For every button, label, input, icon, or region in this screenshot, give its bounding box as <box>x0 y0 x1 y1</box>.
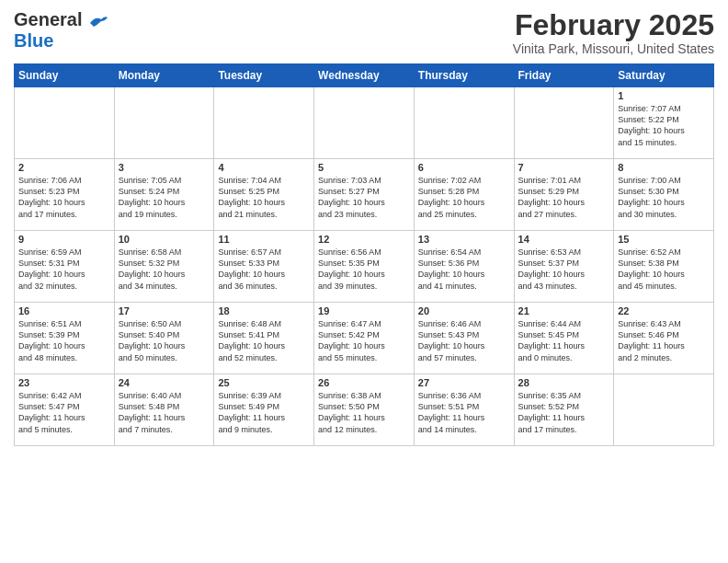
table-row: 13Sunrise: 6:54 AM Sunset: 5:36 PM Dayli… <box>414 231 514 303</box>
day-info: Sunrise: 6:35 AM Sunset: 5:52 PM Dayligh… <box>518 390 610 435</box>
day-info: Sunrise: 7:00 AM Sunset: 5:30 PM Dayligh… <box>618 175 710 220</box>
day-number: 3 <box>119 162 210 173</box>
table-row <box>214 87 314 159</box>
day-number: 5 <box>318 162 410 173</box>
day-info: Sunrise: 6:52 AM Sunset: 5:38 PM Dayligh… <box>618 247 710 292</box>
day-number: 28 <box>518 377 610 388</box>
day-number: 10 <box>119 234 210 245</box>
logo: General Blue <box>14 9 108 51</box>
calendar-week-4: 16Sunrise: 6:51 AM Sunset: 5:39 PM Dayli… <box>15 303 714 374</box>
table-row: 28Sunrise: 6:35 AM Sunset: 5:52 PM Dayli… <box>514 374 614 446</box>
table-row: 2Sunrise: 7:06 AM Sunset: 5:23 PM Daylig… <box>15 159 115 231</box>
table-row: 24Sunrise: 6:40 AM Sunset: 5:48 PM Dayli… <box>114 374 214 446</box>
day-number: 13 <box>418 234 510 245</box>
table-row: 5Sunrise: 7:03 AM Sunset: 5:27 PM Daylig… <box>314 159 415 231</box>
day-info: Sunrise: 6:59 AM Sunset: 5:31 PM Dayligh… <box>18 247 110 292</box>
day-info: Sunrise: 6:57 AM Sunset: 5:33 PM Dayligh… <box>218 247 310 292</box>
table-row: 8Sunrise: 7:00 AM Sunset: 5:30 PM Daylig… <box>614 159 714 231</box>
header-saturday: Saturday <box>614 64 714 87</box>
logo-text: General Blue <box>14 9 108 51</box>
day-info: Sunrise: 6:44 AM Sunset: 5:45 PM Dayligh… <box>518 318 610 363</box>
table-row <box>314 87 415 159</box>
day-info: Sunrise: 6:36 AM Sunset: 5:51 PM Dayligh… <box>418 390 510 435</box>
table-row: 1Sunrise: 7:07 AM Sunset: 5:22 PM Daylig… <box>614 87 714 159</box>
table-row: 10Sunrise: 6:58 AM Sunset: 5:32 PM Dayli… <box>114 231 214 303</box>
title-block: February 2025 Vinita Park, Missouri, Uni… <box>513 9 714 56</box>
day-info: Sunrise: 6:43 AM Sunset: 5:46 PM Dayligh… <box>618 318 710 363</box>
day-number: 1 <box>618 90 710 101</box>
table-row: 20Sunrise: 6:46 AM Sunset: 5:43 PM Dayli… <box>414 303 514 374</box>
day-info: Sunrise: 6:42 AM Sunset: 5:47 PM Dayligh… <box>18 390 110 435</box>
table-row: 27Sunrise: 6:36 AM Sunset: 5:51 PM Dayli… <box>414 374 514 446</box>
weekday-header-row: Sunday Monday Tuesday Wednesday Thursday… <box>15 64 714 87</box>
day-number: 20 <box>418 305 510 316</box>
month-year-title: February 2025 <box>513 9 714 41</box>
day-info: Sunrise: 6:48 AM Sunset: 5:41 PM Dayligh… <box>218 318 310 363</box>
day-number: 17 <box>119 305 210 316</box>
logo-general: General <box>14 9 82 29</box>
day-number: 25 <box>218 377 310 388</box>
logo-blue: Blue <box>14 30 108 51</box>
day-number: 26 <box>318 377 410 388</box>
day-number: 6 <box>418 162 510 173</box>
table-row: 17Sunrise: 6:50 AM Sunset: 5:40 PM Dayli… <box>114 303 214 374</box>
day-info: Sunrise: 7:05 AM Sunset: 5:24 PM Dayligh… <box>119 175 210 220</box>
table-row: 15Sunrise: 6:52 AM Sunset: 5:38 PM Dayli… <box>614 231 714 303</box>
day-number: 16 <box>18 305 110 316</box>
table-row: 9Sunrise: 6:59 AM Sunset: 5:31 PM Daylig… <box>15 231 115 303</box>
calendar-table: Sunday Monday Tuesday Wednesday Thursday… <box>14 63 714 446</box>
calendar-week-5: 23Sunrise: 6:42 AM Sunset: 5:47 PM Dayli… <box>15 374 714 446</box>
day-number: 9 <box>18 234 110 245</box>
day-number: 15 <box>618 234 710 245</box>
table-row <box>414 87 514 159</box>
header-monday: Monday <box>114 64 214 87</box>
day-info: Sunrise: 7:04 AM Sunset: 5:25 PM Dayligh… <box>218 175 310 220</box>
day-number: 21 <box>518 305 610 316</box>
calendar-week-1: 1Sunrise: 7:07 AM Sunset: 5:22 PM Daylig… <box>15 87 714 159</box>
day-number: 11 <box>218 234 310 245</box>
table-row: 14Sunrise: 6:53 AM Sunset: 5:37 PM Dayli… <box>514 231 614 303</box>
day-info: Sunrise: 6:40 AM Sunset: 5:48 PM Dayligh… <box>119 390 210 435</box>
day-info: Sunrise: 6:46 AM Sunset: 5:43 PM Dayligh… <box>418 318 510 363</box>
day-info: Sunrise: 6:54 AM Sunset: 5:36 PM Dayligh… <box>418 247 510 292</box>
table-row: 3Sunrise: 7:05 AM Sunset: 5:24 PM Daylig… <box>114 159 214 231</box>
page-container: General Blue February 2025 Vinita Park, … <box>0 0 728 451</box>
table-row: 6Sunrise: 7:02 AM Sunset: 5:28 PM Daylig… <box>414 159 514 231</box>
table-row: 26Sunrise: 6:38 AM Sunset: 5:50 PM Dayli… <box>314 374 415 446</box>
day-info: Sunrise: 6:56 AM Sunset: 5:35 PM Dayligh… <box>318 247 410 292</box>
day-number: 14 <box>518 234 610 245</box>
table-row <box>114 87 214 159</box>
table-row <box>614 374 714 446</box>
day-number: 2 <box>18 162 110 173</box>
calendar-week-3: 9Sunrise: 6:59 AM Sunset: 5:31 PM Daylig… <box>15 231 714 303</box>
location-subtitle: Vinita Park, Missouri, United States <box>513 41 714 56</box>
day-info: Sunrise: 6:38 AM Sunset: 5:50 PM Dayligh… <box>318 390 410 435</box>
day-info: Sunrise: 6:53 AM Sunset: 5:37 PM Dayligh… <box>518 247 610 292</box>
table-row: 25Sunrise: 6:39 AM Sunset: 5:49 PM Dayli… <box>214 374 314 446</box>
day-info: Sunrise: 7:03 AM Sunset: 5:27 PM Dayligh… <box>318 175 410 220</box>
table-row: 7Sunrise: 7:01 AM Sunset: 5:29 PM Daylig… <box>514 159 614 231</box>
table-row <box>514 87 614 159</box>
table-row: 16Sunrise: 6:51 AM Sunset: 5:39 PM Dayli… <box>15 303 115 374</box>
day-number: 18 <box>218 305 310 316</box>
day-info: Sunrise: 6:47 AM Sunset: 5:42 PM Dayligh… <box>318 318 410 363</box>
day-number: 4 <box>218 162 310 173</box>
header-tuesday: Tuesday <box>214 64 314 87</box>
table-row: 12Sunrise: 6:56 AM Sunset: 5:35 PM Dayli… <box>314 231 415 303</box>
table-row: 18Sunrise: 6:48 AM Sunset: 5:41 PM Dayli… <box>214 303 314 374</box>
table-row: 11Sunrise: 6:57 AM Sunset: 5:33 PM Dayli… <box>214 231 314 303</box>
day-number: 8 <box>618 162 710 173</box>
header-thursday: Thursday <box>414 64 514 87</box>
day-number: 27 <box>418 377 510 388</box>
table-row: 21Sunrise: 6:44 AM Sunset: 5:45 PM Dayli… <box>514 303 614 374</box>
day-info: Sunrise: 7:07 AM Sunset: 5:22 PM Dayligh… <box>618 103 710 148</box>
day-info: Sunrise: 6:50 AM Sunset: 5:40 PM Dayligh… <box>119 318 210 363</box>
day-number: 24 <box>119 377 210 388</box>
day-number: 23 <box>18 377 110 388</box>
day-info: Sunrise: 7:01 AM Sunset: 5:29 PM Dayligh… <box>518 175 610 220</box>
day-number: 22 <box>618 305 710 316</box>
day-number: 7 <box>518 162 610 173</box>
day-number: 19 <box>318 305 410 316</box>
header-friday: Friday <box>514 64 614 87</box>
table-row <box>15 87 115 159</box>
